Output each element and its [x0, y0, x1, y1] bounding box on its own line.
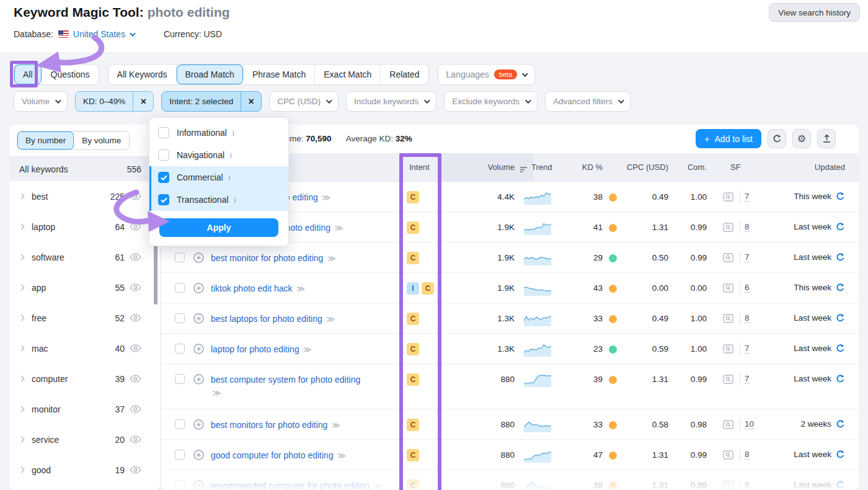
eye-toggle[interactable] [130, 435, 141, 443]
add-keyword-button[interactable] [193, 374, 204, 385]
eye-toggle[interactable] [130, 405, 141, 413]
tab-broad-match[interactable]: Broad Match [177, 65, 244, 84]
sidebar-group-laptop[interactable]: laptop64 [9, 212, 160, 242]
serp-features-count[interactable]: 7 [745, 192, 750, 202]
eye-toggle[interactable] [130, 466, 141, 474]
tab-related[interactable]: Related [381, 65, 428, 84]
intent-option-informational[interactable]: Informationali [149, 122, 288, 144]
row-checkbox[interactable] [175, 419, 185, 429]
apply-button[interactable]: Apply [159, 218, 278, 237]
row-checkbox[interactable] [175, 252, 185, 262]
kd-filter-chip[interactable]: KD: 0–49% × [75, 91, 154, 112]
serp-features-count[interactable]: 7 [745, 374, 750, 384]
serp-features-count[interactable]: 10 [745, 419, 754, 429]
serp-preview-button[interactable] [723, 314, 733, 323]
eye-toggle[interactable] [130, 283, 141, 292]
checkbox[interactable] [158, 172, 169, 183]
column-header-com[interactable]: Com. [676, 163, 707, 172]
refresh-metrics-button[interactable] [836, 222, 845, 231]
advanced-filters[interactable]: Advanced filters [545, 91, 631, 112]
intent-filter-clear-icon[interactable]: × [241, 92, 261, 111]
add-keyword-button[interactable] [193, 450, 204, 460]
serp-preview-button[interactable] [723, 375, 733, 384]
keyword-link[interactable]: laptop for photo editing ≫ [211, 343, 397, 356]
tab-phrase-match[interactable]: Phrase Match [244, 65, 315, 84]
all-keywords-row[interactable]: All keywords 556 [9, 156, 160, 181]
serp-features-count[interactable]: 7 [745, 344, 750, 354]
sidebar-group-free[interactable]: free52 [9, 303, 160, 333]
keyword-link[interactable]: good computer for photo editing ≫ [211, 449, 397, 462]
settings-button[interactable]: ⚙ [792, 129, 811, 148]
column-header-trend[interactable]: Trend [531, 163, 552, 172]
add-keyword-button[interactable] [193, 480, 204, 490]
serp-preview-button[interactable] [723, 344, 733, 354]
sidebar-group-best[interactable]: best225 [9, 181, 160, 212]
add-keyword-button[interactable] [193, 283, 204, 293]
column-header-sf[interactable]: SF [730, 163, 741, 172]
eye-toggle[interactable] [130, 223, 141, 231]
add-keyword-button[interactable] [193, 344, 204, 354]
row-checkbox[interactable] [175, 344, 185, 354]
intent-option-commercial[interactable]: Commerciali [149, 166, 288, 189]
sidebar-group-mac[interactable]: mac40 [9, 333, 160, 363]
tab-questions[interactable]: Questions [42, 65, 99, 84]
export-button[interactable] [817, 129, 836, 148]
column-header-updated[interactable]: Updated [815, 163, 845, 172]
intent-filter-chip[interactable]: Intent: 2 selected × [161, 91, 262, 112]
eye-toggle[interactable] [130, 192, 141, 200]
eye-toggle[interactable] [130, 344, 141, 352]
serp-preview-button[interactable] [723, 481, 733, 490]
refresh-metrics-button[interactable] [836, 374, 845, 383]
tab-by-number[interactable]: By number [17, 131, 74, 149]
refresh-metrics-button[interactable] [836, 252, 845, 262]
row-checkbox[interactable] [175, 374, 185, 384]
languages-dropdown[interactable]: Languages beta [438, 64, 536, 85]
add-to-list-button[interactable]: + Add to list [696, 129, 761, 148]
checkbox[interactable] [158, 149, 169, 161]
row-checkbox[interactable] [175, 283, 185, 293]
keyword-link[interactable]: best monitors for photo editing ≫ [211, 419, 397, 432]
refresh-metrics-button[interactable] [836, 480, 845, 489]
serp-features-count[interactable]: 8 [745, 480, 750, 490]
refresh-metrics-button[interactable] [836, 283, 845, 292]
serp-preview-button[interactable] [723, 450, 733, 460]
refresh-button[interactable] [768, 129, 786, 148]
tab-exact-match[interactable]: Exact Match [315, 65, 381, 84]
column-header-kd[interactable]: KD % [567, 163, 603, 172]
database-selector[interactable]: United States [73, 29, 134, 39]
tab-by-volume[interactable]: By volume [74, 131, 129, 149]
refresh-metrics-button[interactable] [836, 344, 845, 353]
serp-features-count[interactable]: 8 [745, 222, 750, 232]
serp-features-count[interactable]: 7 [745, 252, 750, 262]
add-keyword-button[interactable] [193, 252, 204, 263]
keyword-link[interactable]: best laptops for photo editing ≫ [211, 313, 397, 326]
tab-all-keywords[interactable]: All Keywords [108, 65, 177, 84]
keyword-link[interactable]: recommended computer for photo editing ≫ [211, 479, 397, 490]
volume-filter[interactable]: Volume [14, 91, 68, 112]
keyword-link[interactable]: best computer system for photo editing≫ [211, 373, 397, 399]
kd-filter-clear-icon[interactable]: × [133, 92, 153, 111]
checkbox[interactable] [158, 127, 169, 138]
sidebar-group-computer[interactable]: computer39 [9, 363, 160, 394]
row-checkbox[interactable] [175, 450, 185, 460]
sidebar-group-service[interactable]: service20 [9, 424, 160, 455]
serp-preview-button[interactable] [723, 192, 733, 202]
column-header-intent[interactable]: Intent [409, 163, 430, 172]
serp-preview-button[interactable] [723, 283, 733, 293]
serp-features-count[interactable]: 8 [745, 313, 750, 323]
tab-all[interactable]: All [14, 65, 42, 84]
add-keyword-button[interactable] [193, 419, 204, 430]
keyword-link[interactable]: best monitor for photo editing ≫ [211, 252, 397, 265]
intent-option-transactional[interactable]: Transactionali [149, 189, 288, 211]
cpc-filter[interactable]: CPC (USD) [269, 91, 339, 112]
refresh-metrics-button[interactable] [836, 450, 845, 459]
view-search-history-button[interactable]: View search history [769, 3, 860, 22]
column-header-cpc[interactable]: CPC (USD) [625, 163, 668, 172]
refresh-metrics-button[interactable] [836, 419, 845, 429]
exclude-keywords-filter[interactable]: Exclude keywords [444, 91, 538, 112]
include-keywords-filter[interactable]: Include keywords [346, 91, 436, 112]
eye-toggle[interactable] [130, 314, 141, 322]
serp-features-count[interactable]: 6 [745, 283, 750, 293]
row-checkbox[interactable] [175, 313, 185, 323]
sidebar-group-app[interactable]: app55 [9, 272, 160, 303]
